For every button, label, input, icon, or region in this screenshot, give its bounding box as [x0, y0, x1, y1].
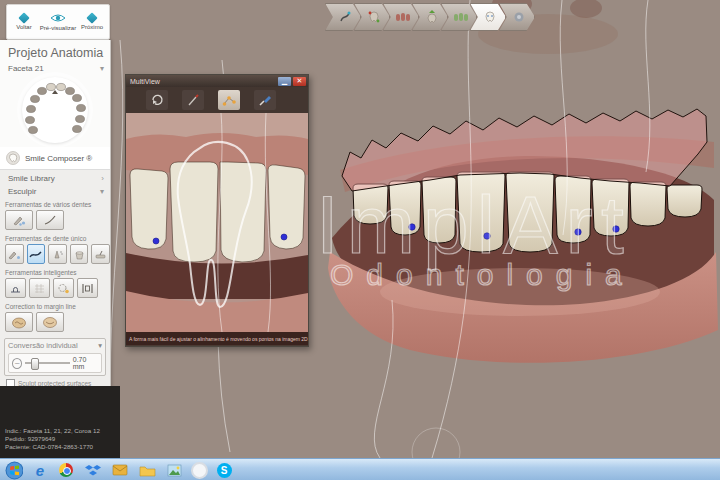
smile-library-label: Smile Library — [8, 174, 55, 183]
preview-button[interactable]: Pré-visualizar — [42, 7, 75, 37]
smile-composer-label: Smile Composer ® — [25, 154, 92, 163]
case-patient: Paciente: CAD-0784-2863-1770 — [5, 443, 100, 451]
slider-thumb[interactable] — [31, 358, 39, 370]
control-point-2d[interactable] — [153, 238, 159, 244]
next-label: Próximo — [81, 24, 103, 30]
tool-smart-stamp[interactable] — [5, 278, 26, 298]
gate-icon — [81, 283, 94, 294]
multiview-hint-bar: A forma mais fácil de ajustar o alinhame… — [126, 332, 308, 345]
control-point[interactable] — [575, 229, 581, 235]
dropbox-icon — [85, 464, 101, 477]
tool-add-remove[interactable] — [5, 244, 24, 264]
taskbar-file-explorer[interactable] — [138, 461, 156, 479]
conversion-label: Conversão individual — [8, 341, 78, 350]
points-icon — [222, 94, 237, 107]
windows-start-icon — [5, 461, 23, 480]
brush-button[interactable] — [254, 90, 276, 110]
conversion-dropdown[interactable]: Conversão individual ▾ — [8, 341, 102, 350]
tool-flatten[interactable] — [91, 244, 110, 264]
multiview-2d-photo[interactable] — [126, 113, 308, 332]
taskbar-outlook[interactable] — [111, 461, 129, 479]
measure-pen-button[interactable] — [182, 90, 204, 110]
rotate-icon — [150, 93, 165, 107]
tool-apply-material[interactable] — [48, 244, 67, 264]
tooth-arch-selector[interactable] — [22, 77, 88, 143]
mail-icon — [112, 464, 128, 476]
tooth-directions-icon — [367, 10, 381, 24]
multiview-toolbar — [126, 87, 308, 113]
tool-smooth-wave[interactable] — [27, 244, 46, 264]
folder-icon — [139, 464, 156, 477]
decrease-button[interactable]: – — [12, 358, 22, 369]
multiview-title: MultiView — [130, 78, 276, 85]
finalize-gear-icon — [512, 10, 526, 24]
tool-margin-adapt-down[interactable] — [36, 312, 64, 332]
next-icon — [86, 12, 97, 23]
tool-smart-gate[interactable] — [77, 278, 98, 298]
close-button[interactable]: ✕ — [293, 77, 306, 86]
next-button[interactable]: Próximo — [76, 7, 109, 37]
multiview-window[interactable]: MultiView ▁ ✕ — [125, 74, 309, 347]
taskbar-internet-explorer[interactable]: e — [31, 461, 49, 479]
tooth-anatomy-icon — [483, 10, 497, 24]
bucket-icon — [73, 249, 86, 260]
taskbar-media-player[interactable] — [190, 461, 208, 479]
tool-smart-morph[interactable] — [53, 278, 74, 298]
tooth-selection-label: Faceta 21 — [8, 64, 44, 73]
conversion-slider[interactable] — [25, 362, 69, 364]
control-point-2d[interactable] — [281, 234, 287, 240]
chevron-right-icon: › — [101, 174, 104, 183]
tooth-arch-chart — [22, 77, 88, 143]
sculpt-header[interactable]: Esculpir ▾ — [0, 185, 110, 198]
flatten-iron-icon — [94, 249, 107, 260]
back-button[interactable]: Voltar — [8, 7, 41, 37]
tool-shape-multiple[interactable] — [5, 210, 33, 230]
tool-smart-mesh[interactable] — [29, 278, 50, 298]
teeth-red-icon — [395, 11, 411, 23]
nostril-right — [570, 0, 602, 18]
tool-margin-adapt-up[interactable] — [5, 312, 33, 332]
workflow-step-bar — [325, 3, 535, 29]
start-button[interactable] — [5, 461, 23, 479]
taskbar-chrome[interactable] — [57, 461, 75, 479]
skype-icon: S — [217, 463, 232, 478]
scan-tool-icon — [338, 10, 352, 24]
taskbar-dropbox[interactable] — [84, 461, 102, 479]
smart-tools — [0, 277, 110, 300]
edit-points-button[interactable] — [218, 90, 240, 110]
ie-icon: e — [36, 462, 44, 479]
group-single-label: Ferramentas de dente único — [0, 232, 110, 243]
multiview-titlebar[interactable]: MultiView ▁ ✕ — [126, 75, 308, 87]
back-icon — [18, 12, 29, 23]
pen-icon — [186, 94, 200, 107]
smile-library-header[interactable]: Smile Library › — [0, 172, 110, 185]
photo-icon — [167, 464, 182, 477]
minimize-button[interactable]: ▁ — [278, 77, 291, 86]
chrome-icon — [59, 463, 73, 477]
taskbar-skype[interactable]: S — [215, 461, 233, 479]
case-order: Pedido: 92979649 — [5, 435, 100, 443]
stamp-icon — [9, 283, 22, 294]
control-point[interactable] — [613, 226, 619, 232]
chevron-down-icon: ▾ — [100, 187, 104, 196]
conversion-box: Conversão individual ▾ – 0.70 mm — [4, 338, 106, 376]
photo-closeup — [126, 113, 308, 332]
tool-bucket[interactable] — [70, 244, 89, 264]
group-smart-label: Ferramentas inteligentes — [0, 266, 110, 277]
chevron-down-icon: ▾ — [98, 341, 102, 350]
control-point[interactable] — [409, 224, 415, 230]
step-scan-data[interactable] — [325, 3, 361, 31]
chevron-down-icon: ▾ — [100, 64, 104, 73]
case-info-overlay: Indic.: Faceta 11, 21, 22, Coroa 12 Pedi… — [5, 427, 100, 451]
rotate-view-button[interactable] — [146, 90, 168, 110]
multiview-hint-text: A forma mais fácil de ajustar o alinhame… — [126, 336, 308, 342]
control-point[interactable] — [484, 233, 490, 239]
windows-taskbar: e S — [0, 458, 720, 480]
smile-composer-item[interactable]: Smile Composer ® — [0, 147, 110, 170]
taskbar-photo-viewer[interactable] — [165, 461, 183, 479]
tool-cut-curve[interactable] — [36, 210, 64, 230]
media-player-icon — [191, 462, 208, 479]
back-label: Voltar — [16, 24, 31, 30]
tooth-selection-dropdown[interactable]: Faceta 21 ▾ — [0, 62, 110, 75]
preview-label: Pré-visualizar — [40, 25, 76, 31]
